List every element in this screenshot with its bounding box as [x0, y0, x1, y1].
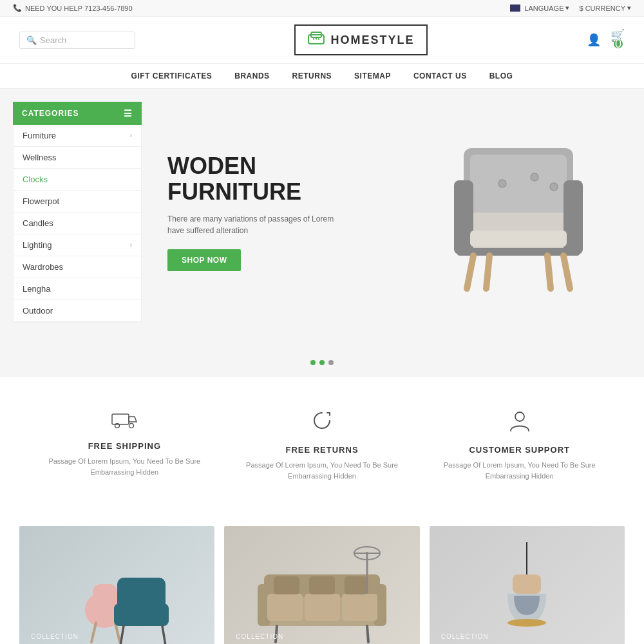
- sidebar-item-label: Lighting: [23, 240, 52, 250]
- sidebar-item-label: Flowerpot: [23, 196, 59, 206]
- collection-decor[interactable]: COLLECTION DECOR: [430, 526, 625, 644]
- chair-svg: [53, 545, 182, 644]
- feature-shipping: FREE SHIPPING Passage Of Lorem Ipsum, Yo…: [26, 409, 223, 481]
- language-selector[interactable]: LANGUAGE ▾: [510, 4, 569, 12]
- svg-rect-41: [345, 576, 367, 594]
- shipping-icon: [45, 409, 204, 433]
- feature-returns: FREE RETURNS Passage Of Lorem Ipsum, You…: [223, 409, 421, 481]
- svg-rect-48: [513, 574, 541, 594]
- sofa-collection-tag: COLLECTION: [236, 633, 283, 640]
- search-icon: 🔍: [26, 35, 37, 45]
- sidebar-item-label: Clocks: [23, 175, 48, 184]
- sofa-collection-label: COLLECTION SOFA: [236, 633, 283, 644]
- svg-line-26: [91, 623, 96, 642]
- sidebar-item-furniture[interactable]: Furniture ›: [14, 125, 141, 147]
- svg-line-11: [467, 256, 473, 289]
- returns-title: FREE RETURNS: [243, 445, 402, 455]
- svg-line-14: [547, 256, 551, 289]
- svg-rect-38: [342, 594, 377, 621]
- top-bar: 📞 NEED YOU HELP 7123-456-7890 LANGUAGE ▾…: [0, 0, 644, 17]
- flag-icon: [510, 5, 520, 12]
- sidebar-item-wardrobes[interactable]: Wardrobes: [14, 256, 141, 278]
- chair-illustration: [425, 129, 605, 296]
- sidebar-item-flowerpot[interactable]: Flowerpot: [14, 191, 141, 213]
- hamburger-icon[interactable]: ☰: [124, 108, 133, 118]
- cart-badge: 0: [614, 39, 623, 48]
- decor-collection-name: DECOR: [441, 641, 491, 644]
- svg-rect-37: [305, 594, 340, 621]
- sidebar-item-label: Furniture: [23, 131, 56, 140]
- sidebar-item-wellness[interactable]: Wellness: [14, 147, 141, 169]
- returns-icon: [243, 409, 402, 437]
- sidebar-item-label: Wellness: [23, 153, 57, 162]
- nav-contact-us[interactable]: CONTACT US: [413, 71, 467, 80]
- hero-section: CATEGORIES ☰ Furniture › Wellness Clocks…: [0, 89, 644, 348]
- sidebar-item-label: Candles: [23, 218, 53, 228]
- user-icon[interactable]: 👤: [587, 33, 601, 47]
- svg-point-17: [550, 183, 558, 191]
- sidebar-item-lighting[interactable]: Lighting ›: [14, 234, 141, 256]
- returns-desc: Passage Of Lorem Ipsum, You Need To Be S…: [243, 460, 402, 481]
- svg-point-21: [129, 424, 134, 428]
- svg-rect-40: [309, 576, 335, 594]
- hero-content: WODEN FURNITURE There are many variation…: [142, 102, 644, 323]
- logo-text: HOMESTYLE: [330, 33, 414, 47]
- collection-sofa[interactable]: COLLECTION SOFA: [224, 526, 419, 644]
- shipping-title: FREE SHIPPING: [45, 441, 204, 451]
- hero-title: WODEN FURNITURE: [167, 153, 335, 204]
- nav-sitemap[interactable]: SITEMAP: [354, 71, 391, 80]
- categories-label: CATEGORIES: [22, 109, 79, 118]
- dot-2[interactable]: [319, 360, 325, 365]
- dot-3[interactable]: [328, 360, 334, 365]
- sidebar-item-label: Outdoor: [23, 306, 53, 316]
- svg-line-43: [367, 626, 368, 642]
- sidebar: CATEGORIES ☰ Furniture › Wellness Clocks…: [13, 102, 142, 323]
- sidebar-item-candles[interactable]: Candles: [14, 213, 141, 234]
- nav-returns[interactable]: RETURNS: [292, 71, 332, 80]
- phone-icon: 📞: [13, 4, 22, 12]
- support-icon: [440, 409, 599, 437]
- sidebar-header: CATEGORIES ☰: [13, 102, 142, 125]
- currency-selector[interactable]: $ CURRENCY ▾: [579, 4, 631, 12]
- svg-line-30: [120, 626, 124, 644]
- nav-gift-certificates[interactable]: GIFT CERTIFICATES: [131, 71, 213, 80]
- sidebar-item-outdoor[interactable]: Outdoor: [14, 300, 141, 322]
- collections-section: COLLECTION CHAIR: [0, 507, 644, 644]
- svg-point-22: [515, 412, 524, 421]
- shipping-desc: Passage Of Lorem Ipsum, You Need To Be S…: [45, 456, 204, 477]
- nav-brands[interactable]: BRANDS: [234, 71, 269, 80]
- svg-rect-25: [93, 584, 117, 607]
- svg-point-16: [531, 173, 538, 181]
- decor-collection-image: [430, 526, 625, 644]
- logo[interactable]: HOMESTYLE: [294, 24, 427, 55]
- hero-image: [412, 122, 618, 303]
- decor-collection-tag: COLLECTION: [441, 633, 491, 640]
- search-box[interactable]: 🔍 Search: [19, 32, 135, 49]
- svg-rect-36: [267, 594, 303, 621]
- phone-section: 📞 NEED YOU HELP 7123-456-7890: [13, 4, 133, 12]
- sidebar-arrow: ›: [130, 242, 132, 249]
- dot-1[interactable]: [310, 360, 316, 365]
- svg-point-4: [316, 38, 317, 40]
- chair-collection-name: CHAIR: [31, 641, 75, 644]
- chair-collection-label: COLLECTION CHAIR: [31, 633, 79, 644]
- sofa-collection-image: [224, 526, 419, 644]
- sidebar-item-label: Wardrobes: [23, 262, 63, 272]
- sofa-svg: [251, 545, 393, 644]
- sidebar-menu: Furniture › Wellness Clocks Flowerpot Ca…: [13, 125, 142, 323]
- sidebar-item-clocks[interactable]: Clocks: [14, 169, 141, 191]
- sidebar-arrow: ›: [130, 132, 132, 139]
- sidebar-item-lengha[interactable]: Lengha: [14, 278, 141, 300]
- main-nav: GIFT CERTIFICATES BRANDS RETURNS SITEMAP…: [0, 64, 644, 89]
- decor-collection-label: COLLECTION DECOR: [441, 633, 491, 644]
- header: 🔍 Search HOMESTYLE 👤 🛒 0: [0, 17, 644, 64]
- collection-chair[interactable]: COLLECTION CHAIR: [19, 526, 214, 644]
- svg-rect-19: [112, 414, 129, 424]
- language-chevron: ▾: [565, 4, 569, 12]
- support-desc: Passage Of Lorem Ipsum, You Need To Be S…: [440, 460, 599, 481]
- feature-support: CUSTOMER SUPPORT Passage Of Lorem Ipsum,…: [421, 409, 618, 481]
- phone-text: NEED YOU HELP 7123-456-7890: [25, 5, 133, 12]
- nav-blog[interactable]: BLOG: [489, 71, 513, 80]
- cart-icon[interactable]: 🛒 0: [611, 28, 625, 52]
- shop-now-button[interactable]: SHOP NOW: [167, 249, 241, 271]
